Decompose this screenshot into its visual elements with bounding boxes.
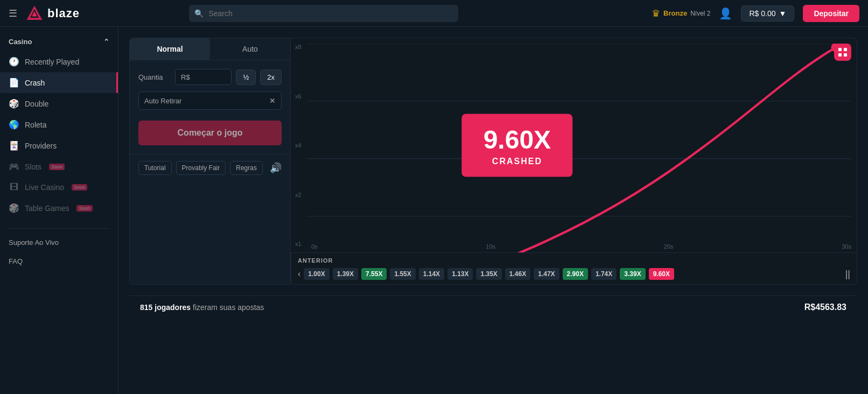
svg-rect-3 [838,48,842,51]
players-text: 815 jogadores fizeram suas apostas [140,303,264,312]
half-button[interactable]: ½ [236,69,256,85]
prev-arrow-left[interactable]: ‹ [298,269,300,279]
main-content: Normal Auto Quantia R$ ½ 2x Auto Ret [118,27,868,394]
sidebar-category-casino[interactable]: Casino ⌃ [0,32,118,51]
prev-item-9: 2.90X [563,268,588,280]
recently-played-label: Recently Played [25,58,79,66]
double-button[interactable]: 2x [260,69,282,85]
slots-label: Slots [25,163,41,171]
search-bar: 🔍 [189,5,458,22]
providers-icon: 🃏 [9,140,19,151]
chart-svg [307,44,851,253]
sidebar-section-casino: Casino ⌃ 🕐 Recently Played 📄 Crash 🎲 Dou… [0,27,118,224]
players-suffix: fizeram suas apostas [193,303,264,312]
svg-rect-5 [838,53,842,57]
live-casino-label: Live Casino [25,183,64,192]
sidebar-item-roleta[interactable]: 🌎 Roleta [0,114,118,135]
chart-area: x8 x6 x4 x2 x1 [291,38,857,285]
bet-panel: Normal Auto Quantia R$ ½ 2x Auto Ret [129,38,291,285]
sound-button[interactable]: 🔊 [270,162,282,174]
sidebar-item-double[interactable]: 🎲 Double [0,93,118,114]
bet-form: Quantia R$ ½ 2x Auto Retirar ✕ Começar o… [130,60,290,154]
prev-item-10: 1.74X [591,268,617,280]
casino-label: Casino [9,38,32,46]
bottom-bar: 815 jogadores fizeram suas apostas R$456… [129,296,857,319]
header-right: ♛ Bronze Nível 2 👤 R$ 0.00 ▼ Depositar [652,5,859,22]
prev-item-6: 1.35X [476,268,501,280]
nivel-label: Nível 2 [690,10,710,17]
search-icon: 🔍 [194,9,204,18]
sidebar-item-faq[interactable]: FAQ [0,252,118,271]
bronze-label: Bronze [663,9,687,17]
provably-fair-button[interactable]: Provably Fair [176,161,226,175]
grid-icon [838,47,848,57]
y-label-x8: x8 [295,44,302,50]
chart-stats-icon[interactable]: || [845,269,850,280]
auto-retirar-label: Auto Retirar [144,97,181,105]
auto-retirar-close[interactable]: ✕ [269,96,276,105]
live-casino-icon: 🎞 [9,182,19,192]
x-label-10s: 10s [486,243,495,250]
collapse-icon: ⌃ [103,38,109,46]
players-count: 815 jogadores [140,303,191,312]
providers-label: Providers [25,142,57,150]
roleta-label: Roleta [25,121,46,129]
quantia-label: Quantia [138,73,171,81]
user-icon[interactable]: 👤 [719,7,732,20]
sidebar-divider [9,228,109,229]
sidebar-item-table-games[interactable]: 🎲 Table Games Soon [0,198,118,219]
balance-button[interactable]: R$ 0.00 ▼ [741,5,794,22]
grid-icon-wrap [834,44,851,61]
amount-input-group: R$ [175,69,232,85]
y-label-x4: x4 [295,142,302,149]
amount-input[interactable] [193,73,226,81]
balance-value: R$ 0.00 [749,9,775,18]
deposit-button[interactable]: Depositar [803,5,859,22]
start-game-button[interactable]: Começar o jogo [138,121,282,145]
search-input[interactable] [189,5,458,22]
x-label-0s: 0s [311,243,318,250]
x-label-20s: 20s [664,243,674,250]
crash-label: Crash [25,79,45,87]
sidebar-item-suporte[interactable]: Suporte Ao Vivo [0,233,118,252]
tab-normal[interactable]: Normal [130,38,210,60]
x-label-30s: 30s [842,243,851,250]
bronze-badge: ♛ Bronze Nível 2 [652,8,710,19]
quantia-row: Quantia R$ ½ 2x [138,69,282,85]
previous-section: ANTERIOR ‹ 1.00X 1.39X 7.55X 1.55X 1.14X… [291,253,857,285]
logo: blaze [26,5,80,22]
dropdown-icon: ▼ [779,9,787,18]
bet-footer: Tutorial Provably Fair Regras 🔊 [130,154,290,181]
live-casino-soon-badge: Soon [72,184,87,191]
hamburger-icon[interactable]: ☰ [9,8,17,19]
sidebar-item-recently-played[interactable]: 🕐 Recently Played [0,51,118,72]
prev-item-12: 9.60X [649,268,674,280]
svg-rect-4 [844,48,847,51]
tab-auto[interactable]: Auto [210,38,290,60]
svg-rect-6 [844,53,847,57]
slots-soon-badge: Soon [49,164,65,170]
previous-label: ANTERIOR [298,257,850,264]
table-games-soon-badge: Soon [76,205,92,212]
table-games-icon: 🎲 [9,203,19,213]
sidebar-item-crash[interactable]: 📄 Crash [0,72,118,93]
chart-panel: x8 x6 x4 x2 x1 [291,38,857,253]
sidebar-item-providers[interactable]: 🃏 Providers [0,135,118,156]
logo-text: blaze [47,6,80,20]
header: ☰ blaze 🔍 ♛ Bronze Nível 2 👤 R$ 0.00 ▼ D… [0,0,868,27]
auto-retirar-row: Auto Retirar ✕ [138,92,282,110]
faq-label: FAQ [9,257,23,265]
double-label: Double [25,100,48,108]
tab-row: Normal Auto [130,38,290,60]
regras-button[interactable]: Regras [230,161,263,175]
logo-icon [26,5,43,22]
crash-icon: 📄 [9,78,19,88]
tutorial-button[interactable]: Tutorial [138,161,172,175]
prev-item-1: 1.39X [333,268,358,280]
prev-item-2: 7.55X [361,268,387,280]
sidebar-item-live-casino[interactable]: 🎞 Live Casino Soon [0,177,118,198]
crash-display: 9.60X CRASHED [462,114,572,177]
prev-item-0: 1.00X [304,268,329,280]
sidebar-item-slots[interactable]: 🎮 Slots Soon [0,156,118,177]
x-axis-labels: 0s 10s 20s 30s [311,243,851,250]
